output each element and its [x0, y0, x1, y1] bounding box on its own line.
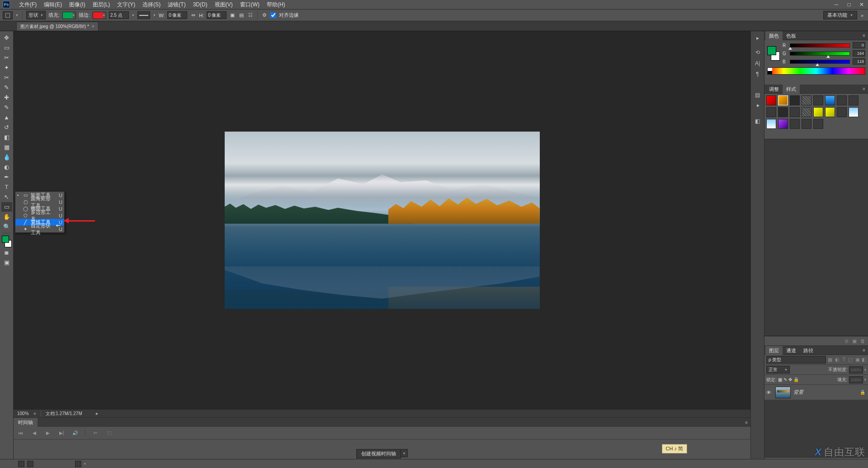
style-swatch[interactable]	[766, 95, 776, 105]
style-swatch[interactable]	[802, 107, 811, 117]
style-swatch[interactable]	[825, 107, 835, 117]
layer-name[interactable]: 背景	[793, 389, 857, 396]
foreground-background-colors[interactable]	[2, 236, 12, 247]
filter-adjust-icon[interactable]: ◐	[835, 357, 840, 363]
lock-position-icon[interactable]: ✥	[788, 377, 792, 382]
layer-fill-input[interactable]: 100%	[849, 376, 863, 383]
zoom-level[interactable]: 100%	[17, 411, 29, 416]
color-spectrum[interactable]	[767, 67, 865, 75]
active-tool-preset[interactable]	[3, 11, 13, 19]
brush-tool[interactable]: ✎	[1, 103, 12, 112]
history-brush-tool[interactable]: ↺	[1, 123, 12, 132]
color-panel-menu-icon[interactable]: ≡	[860, 33, 868, 38]
timeline-collapsed-icon[interactable]	[27, 461, 33, 467]
transition-icon[interactable]: ⬚	[105, 430, 113, 437]
flyout-rounded-rectangle-tool[interactable]: ▢ 圆角矩形工具 U	[15, 199, 64, 205]
style-swatch[interactable]	[778, 119, 788, 129]
style-swatch[interactable]	[766, 107, 776, 117]
link-wh-icon[interactable]: ⇔	[190, 12, 196, 19]
path-alignment-icon[interactable]: ▤	[238, 12, 245, 19]
healing-brush-tool[interactable]: ✚	[1, 93, 12, 102]
character-panel-icon[interactable]: A|	[753, 58, 763, 68]
close-tab-icon[interactable]: ×	[92, 24, 94, 29]
layer-filter-type-input[interactable]: ρ 类型	[766, 356, 826, 364]
hand-tool[interactable]: ✋	[1, 212, 12, 222]
r-value[interactable]: 0	[853, 42, 865, 48]
audio-icon[interactable]: 🔊	[71, 430, 79, 437]
close-icon[interactable]: ✕	[855, 0, 868, 9]
screen-mode-icon[interactable]: ▣	[1, 258, 12, 267]
swatches-tab[interactable]: 色板	[783, 31, 800, 40]
layer-thumbnail[interactable]	[775, 387, 791, 398]
timeline-tab[interactable]: 时间轴	[14, 418, 38, 427]
g-slider[interactable]	[790, 52, 850, 56]
path-selection-tool[interactable]: ↖	[1, 192, 12, 202]
menu-layer[interactable]: 图层(L)	[89, 0, 114, 9]
adjustments-panel-menu-icon[interactable]: ≡	[860, 86, 868, 91]
timeline-panel-menu-icon[interactable]: ≡	[742, 420, 750, 425]
eyedropper-tool[interactable]: ✎	[1, 83, 12, 92]
workspace-dropdown[interactable]: 基本功能 ▼	[823, 11, 857, 19]
clone-stamp-tool[interactable]: ▲	[1, 113, 12, 122]
layers-tab[interactable]: 图层	[765, 346, 783, 355]
height-input[interactable]: 0 像素	[207, 11, 226, 19]
dock-expand-icon[interactable]: ▸	[753, 33, 763, 43]
style-swatch[interactable]	[837, 95, 847, 105]
pen-tool[interactable]: ✒	[1, 172, 12, 182]
style-swatch[interactable]	[778, 107, 788, 117]
align-edges-checkbox[interactable]	[270, 12, 276, 18]
next-frame-icon[interactable]: ▶|	[58, 430, 65, 437]
create-video-timeline-button[interactable]: 创建视频时间轴	[356, 449, 401, 459]
zoom-tool[interactable]: 🔍	[1, 222, 12, 232]
lock-all-icon[interactable]: 🔒	[793, 377, 799, 382]
no-style-icon[interactable]: ⊘	[844, 338, 849, 344]
maximize-icon[interactable]: □	[843, 0, 855, 9]
g-value[interactable]: 164	[853, 50, 865, 57]
move-tool[interactable]: ✥	[1, 33, 12, 43]
layers-panel-menu-icon[interactable]: ≡	[860, 348, 868, 353]
opacity-input[interactable]: 100%	[849, 366, 863, 373]
styles-tab[interactable]: 样式	[783, 85, 800, 94]
zoom-dropdown-icon[interactable]: ⊚	[33, 412, 36, 416]
magic-wand-tool[interactable]: ✦	[1, 63, 12, 72]
menu-3d[interactable]: 3D(D)	[189, 0, 211, 9]
layer-row[interactable]: 👁 背景 🔒	[764, 385, 868, 400]
gear-icon[interactable]: ⚙	[261, 12, 268, 19]
filter-pixel-icon[interactable]: ▦	[828, 357, 832, 363]
stroke-width-input[interactable]: 2.5 点	[109, 11, 129, 19]
lock-transparent-icon[interactable]: ▦	[778, 377, 782, 382]
menu-type[interactable]: 文字(Y)	[113, 0, 139, 9]
style-swatch[interactable]	[825, 95, 835, 105]
width-input[interactable]: 0 像素	[167, 11, 187, 19]
gradient-tool[interactable]: ▦	[1, 142, 12, 152]
r-slider[interactable]	[790, 43, 850, 47]
style-swatch[interactable]	[849, 95, 859, 105]
style-swatch[interactable]	[813, 107, 823, 117]
dodge-tool[interactable]: ◐	[1, 162, 12, 172]
style-swatch[interactable]	[790, 107, 800, 117]
adjustments-tab[interactable]: 调整	[765, 85, 783, 94]
mini-bridge-icon[interactable]	[18, 461, 24, 467]
document-tab[interactable]: 图片素材.jpeg @ 100%(RGB/8#) * ×	[16, 22, 99, 31]
menu-select[interactable]: 选择(S)	[139, 0, 164, 9]
foreground-color[interactable]	[2, 236, 9, 243]
style-swatch[interactable]	[766, 119, 776, 129]
channels-tab[interactable]: 通道	[783, 346, 800, 355]
style-swatch[interactable]	[802, 95, 811, 105]
lasso-tool[interactable]: ✂	[1, 53, 12, 62]
menu-file[interactable]: 文件(F)	[15, 0, 40, 9]
style-swatch[interactable]	[837, 107, 847, 117]
go-first-frame-icon[interactable]: ⏮	[17, 430, 24, 437]
filter-smart-icon[interactable]: ▣	[855, 357, 860, 363]
filter-toggle-icon[interactable]: ◧	[862, 357, 866, 363]
color-tab[interactable]: 颜色	[765, 31, 783, 40]
split-icon[interactable]: ✄	[92, 430, 99, 437]
tool-mode-dropdown[interactable]: 形状 ▼	[26, 11, 46, 19]
style-swatch[interactable]	[778, 95, 788, 105]
properties-panel-icon[interactable]: ◧	[753, 116, 763, 126]
blend-mode-dropdown[interactable]: 正常 ▼	[766, 366, 790, 373]
style-swatch[interactable]	[813, 119, 823, 129]
path-operations-icon[interactable]: ▣	[229, 12, 236, 19]
path-arrangement-icon[interactable]: ☷	[247, 12, 254, 19]
menu-view[interactable]: 视图(V)	[211, 0, 236, 9]
